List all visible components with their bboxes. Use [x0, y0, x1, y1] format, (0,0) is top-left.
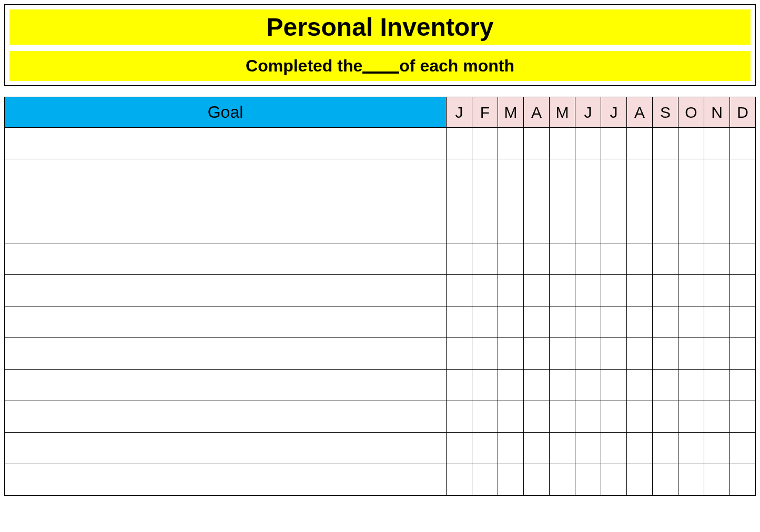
month-cell[interactable] [678, 128, 704, 159]
month-cell[interactable] [730, 370, 756, 401]
month-cell[interactable] [575, 306, 601, 338]
month-cell[interactable] [678, 433, 704, 464]
month-cell[interactable] [601, 159, 627, 243]
month-cell[interactable] [575, 128, 601, 159]
goal-cell[interactable] [5, 275, 447, 306]
month-cell[interactable] [447, 370, 472, 401]
month-cell[interactable] [678, 464, 704, 496]
month-cell[interactable] [730, 338, 756, 370]
month-cell[interactable] [730, 401, 756, 433]
month-cell[interactable] [550, 243, 575, 275]
month-cell[interactable] [575, 159, 601, 243]
month-cell[interactable] [498, 128, 524, 159]
month-cell[interactable] [575, 338, 601, 370]
month-cell[interactable] [550, 128, 575, 159]
month-cell[interactable] [472, 275, 498, 306]
month-cell[interactable] [498, 275, 524, 306]
month-cell[interactable] [550, 433, 575, 464]
month-cell[interactable] [730, 275, 756, 306]
month-cell[interactable] [627, 306, 653, 338]
month-cell[interactable] [447, 306, 472, 338]
month-cell[interactable] [653, 433, 678, 464]
month-cell[interactable] [730, 243, 756, 275]
month-cell[interactable] [653, 370, 678, 401]
month-cell[interactable] [447, 275, 472, 306]
month-cell[interactable] [653, 401, 678, 433]
month-cell[interactable] [627, 275, 653, 306]
month-cell[interactable] [472, 159, 498, 243]
month-cell[interactable] [550, 464, 575, 496]
goal-cell[interactable] [5, 401, 447, 433]
month-cell[interactable] [472, 464, 498, 496]
goal-cell[interactable] [5, 306, 447, 338]
month-cell[interactable] [524, 243, 550, 275]
month-cell[interactable] [653, 275, 678, 306]
month-cell[interactable] [730, 433, 756, 464]
month-cell[interactable] [498, 370, 524, 401]
month-cell[interactable] [447, 338, 472, 370]
month-cell[interactable] [627, 338, 653, 370]
month-cell[interactable] [730, 306, 756, 338]
month-cell[interactable] [447, 433, 472, 464]
month-cell[interactable] [704, 306, 730, 338]
month-cell[interactable] [550, 275, 575, 306]
month-cell[interactable] [653, 464, 678, 496]
month-cell[interactable] [472, 433, 498, 464]
month-cell[interactable] [447, 464, 472, 496]
goal-cell[interactable] [5, 128, 447, 159]
month-cell[interactable] [575, 243, 601, 275]
goal-cell[interactable] [5, 243, 447, 275]
goal-cell[interactable] [5, 338, 447, 370]
month-cell[interactable] [447, 128, 472, 159]
month-cell[interactable] [730, 159, 756, 243]
month-cell[interactable] [627, 433, 653, 464]
month-cell[interactable] [627, 243, 653, 275]
month-cell[interactable] [550, 306, 575, 338]
month-cell[interactable] [524, 370, 550, 401]
month-cell[interactable] [575, 464, 601, 496]
month-cell[interactable] [653, 306, 678, 338]
month-cell[interactable] [653, 243, 678, 275]
month-cell[interactable] [601, 370, 627, 401]
month-cell[interactable] [524, 275, 550, 306]
month-cell[interactable] [653, 128, 678, 159]
month-cell[interactable] [627, 464, 653, 496]
month-cell[interactable] [524, 159, 550, 243]
month-cell[interactable] [498, 433, 524, 464]
month-cell[interactable] [498, 306, 524, 338]
month-cell[interactable] [472, 243, 498, 275]
month-cell[interactable] [498, 464, 524, 496]
month-cell[interactable] [447, 243, 472, 275]
month-cell[interactable] [704, 128, 730, 159]
month-cell[interactable] [653, 338, 678, 370]
month-cell[interactable] [678, 338, 704, 370]
month-cell[interactable] [704, 275, 730, 306]
month-cell[interactable] [472, 370, 498, 401]
goal-cell[interactable] [5, 464, 447, 496]
month-cell[interactable] [704, 370, 730, 401]
month-cell[interactable] [524, 401, 550, 433]
month-cell[interactable] [704, 433, 730, 464]
month-cell[interactable] [524, 306, 550, 338]
month-cell[interactable] [550, 338, 575, 370]
month-cell[interactable] [704, 159, 730, 243]
month-cell[interactable] [524, 128, 550, 159]
month-cell[interactable] [575, 401, 601, 433]
month-cell[interactable] [704, 401, 730, 433]
month-cell[interactable] [627, 370, 653, 401]
month-cell[interactable] [498, 401, 524, 433]
month-cell[interactable] [524, 433, 550, 464]
month-cell[interactable] [601, 306, 627, 338]
month-cell[interactable] [678, 370, 704, 401]
month-cell[interactable] [575, 433, 601, 464]
month-cell[interactable] [678, 401, 704, 433]
month-cell[interactable] [730, 464, 756, 496]
month-cell[interactable] [704, 243, 730, 275]
month-cell[interactable] [498, 159, 524, 243]
month-cell[interactable] [601, 243, 627, 275]
month-cell[interactable] [447, 401, 472, 433]
month-cell[interactable] [678, 306, 704, 338]
subtitle-blank[interactable] [362, 71, 399, 74]
month-cell[interactable] [550, 370, 575, 401]
month-cell[interactable] [678, 275, 704, 306]
